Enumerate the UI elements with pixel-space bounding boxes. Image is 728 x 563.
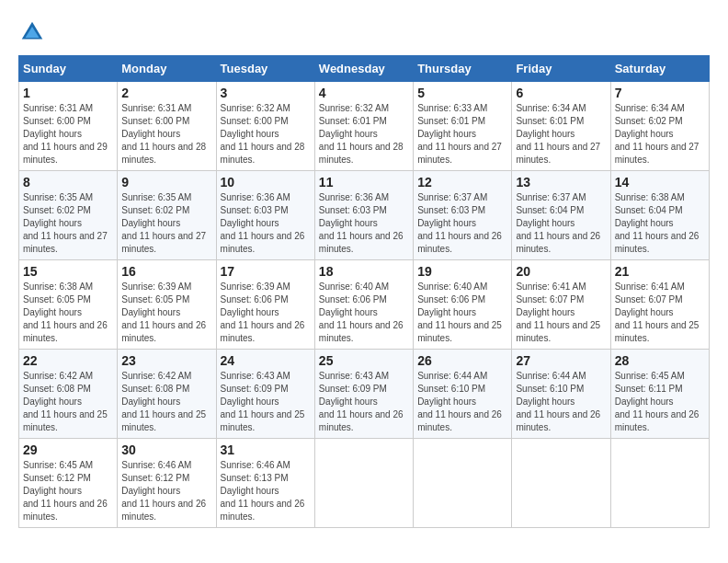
calendar-week-1: 1 Sunrise: 6:31 AMSunset: 6:00 PMDayligh… <box>19 82 710 171</box>
day-info: Sunrise: 6:45 AMSunset: 6:12 PMDaylight … <box>23 460 108 522</box>
day-info: Sunrise: 6:38 AMSunset: 6:05 PMDaylight … <box>23 282 108 343</box>
day-number: 23 <box>121 353 211 368</box>
day-number: 30 <box>121 442 211 457</box>
empty-cell <box>610 439 709 528</box>
day-info: Sunrise: 6:37 AMSunset: 6:03 PMDaylight … <box>417 192 502 254</box>
calendar: SundayMondayTuesdayWednesdayThursdayFrid… <box>18 55 710 528</box>
calendar-header: SundayMondayTuesdayWednesdayThursdayFrid… <box>19 56 710 82</box>
day-cell-30: 30 Sunrise: 6:46 AMSunset: 6:12 PMDaylig… <box>118 439 216 528</box>
page-header <box>18 18 710 46</box>
day-cell-5: 5 Sunrise: 6:33 AMSunset: 6:01 PMDayligh… <box>414 82 512 171</box>
day-cell-16: 16 Sunrise: 6:39 AMSunset: 6:05 PMDaylig… <box>118 260 216 350</box>
day-number: 28 <box>615 353 705 368</box>
day-number: 4 <box>319 86 409 100</box>
day-number: 10 <box>221 175 311 190</box>
day-cell-12: 12 Sunrise: 6:37 AMSunset: 6:03 PMDaylig… <box>414 171 512 260</box>
day-cell-15: 15 Sunrise: 6:38 AMSunset: 6:05 PMDaylig… <box>19 260 118 350</box>
day-cell-1: 1 Sunrise: 6:31 AMSunset: 6:00 PMDayligh… <box>19 82 118 171</box>
day-number: 5 <box>417 86 507 100</box>
day-cell-29: 29 Sunrise: 6:45 AMSunset: 6:12 PMDaylig… <box>19 439 118 528</box>
day-number: 22 <box>23 353 113 368</box>
day-number: 13 <box>516 175 606 190</box>
weekday-header-wednesday: Wednesday <box>314 56 413 82</box>
day-number: 26 <box>417 353 507 368</box>
day-number: 24 <box>221 353 311 368</box>
day-number: 8 <box>23 175 113 190</box>
day-cell-13: 13 Sunrise: 6:37 AMSunset: 6:04 PMDaylig… <box>512 171 610 260</box>
day-cell-19: 19 Sunrise: 6:40 AMSunset: 6:06 PMDaylig… <box>414 260 512 350</box>
weekday-header-thursday: Thursday <box>414 56 512 82</box>
day-info: Sunrise: 6:31 AMSunset: 6:00 PMDaylight … <box>23 103 108 165</box>
day-number: 19 <box>417 264 507 279</box>
day-info: Sunrise: 6:41 AMSunset: 6:07 PMDaylight … <box>516 282 600 343</box>
day-cell-22: 22 Sunrise: 6:42 AMSunset: 6:08 PMDaylig… <box>19 350 118 439</box>
day-info: Sunrise: 6:43 AMSunset: 6:09 PMDaylight … <box>221 371 305 432</box>
weekday-header-friday: Friday <box>512 56 610 82</box>
weekday-header-sunday: Sunday <box>19 56 118 82</box>
day-number: 1 <box>23 86 113 100</box>
day-number: 12 <box>417 175 507 190</box>
day-info: Sunrise: 6:37 AMSunset: 6:04 PMDaylight … <box>516 192 600 254</box>
day-info: Sunrise: 6:43 AMSunset: 6:09 PMDaylight … <box>319 371 404 432</box>
day-info: Sunrise: 6:36 AMSunset: 6:03 PMDaylight … <box>221 192 305 254</box>
calendar-week-3: 15 Sunrise: 6:38 AMSunset: 6:05 PMDaylig… <box>19 260 710 350</box>
day-number: 16 <box>121 264 211 279</box>
empty-cell <box>314 439 413 528</box>
weekday-header-monday: Monday <box>118 56 216 82</box>
day-cell-7: 7 Sunrise: 6:34 AMSunset: 6:02 PMDayligh… <box>610 82 709 171</box>
day-cell-8: 8 Sunrise: 6:35 AMSunset: 6:02 PMDayligh… <box>19 171 118 260</box>
day-cell-27: 27 Sunrise: 6:44 AMSunset: 6:10 PMDaylig… <box>512 350 610 439</box>
empty-cell <box>414 439 512 528</box>
day-info: Sunrise: 6:40 AMSunset: 6:06 PMDaylight … <box>417 282 502 343</box>
day-info: Sunrise: 6:32 AMSunset: 6:00 PMDaylight … <box>221 103 305 165</box>
day-info: Sunrise: 6:38 AMSunset: 6:04 PMDaylight … <box>615 192 700 254</box>
day-cell-20: 20 Sunrise: 6:41 AMSunset: 6:07 PMDaylig… <box>512 260 610 350</box>
day-cell-28: 28 Sunrise: 6:45 AMSunset: 6:11 PMDaylig… <box>610 350 709 439</box>
day-info: Sunrise: 6:46 AMSunset: 6:12 PMDaylight … <box>121 460 206 522</box>
calendar-week-5: 29 Sunrise: 6:45 AMSunset: 6:12 PMDaylig… <box>19 439 710 528</box>
day-cell-14: 14 Sunrise: 6:38 AMSunset: 6:04 PMDaylig… <box>610 171 709 260</box>
day-number: 18 <box>319 264 409 279</box>
day-number: 9 <box>121 175 211 190</box>
day-number: 6 <box>516 86 606 100</box>
day-cell-24: 24 Sunrise: 6:43 AMSunset: 6:09 PMDaylig… <box>216 350 314 439</box>
day-info: Sunrise: 6:39 AMSunset: 6:05 PMDaylight … <box>121 282 206 343</box>
day-info: Sunrise: 6:34 AMSunset: 6:02 PMDaylight … <box>615 103 700 165</box>
day-number: 29 <box>23 442 113 457</box>
day-cell-9: 9 Sunrise: 6:35 AMSunset: 6:02 PMDayligh… <box>118 171 216 260</box>
weekday-header-tuesday: Tuesday <box>216 56 314 82</box>
day-cell-23: 23 Sunrise: 6:42 AMSunset: 6:08 PMDaylig… <box>118 350 216 439</box>
day-number: 2 <box>121 86 211 100</box>
day-info: Sunrise: 6:31 AMSunset: 6:00 PMDaylight … <box>121 103 206 165</box>
day-cell-2: 2 Sunrise: 6:31 AMSunset: 6:00 PMDayligh… <box>118 82 216 171</box>
weekday-header-saturday: Saturday <box>610 56 709 82</box>
day-number: 11 <box>319 175 409 190</box>
day-number: 21 <box>615 264 705 279</box>
day-info: Sunrise: 6:42 AMSunset: 6:08 PMDaylight … <box>23 371 108 432</box>
day-info: Sunrise: 6:35 AMSunset: 6:02 PMDaylight … <box>23 192 108 254</box>
day-info: Sunrise: 6:33 AMSunset: 6:01 PMDaylight … <box>417 103 502 165</box>
day-cell-17: 17 Sunrise: 6:39 AMSunset: 6:06 PMDaylig… <box>216 260 314 350</box>
day-cell-3: 3 Sunrise: 6:32 AMSunset: 6:00 PMDayligh… <box>216 82 314 171</box>
logo <box>18 18 50 46</box>
day-number: 17 <box>221 264 311 279</box>
day-number: 15 <box>23 264 113 279</box>
day-cell-21: 21 Sunrise: 6:41 AMSunset: 6:07 PMDaylig… <box>610 260 709 350</box>
day-number: 31 <box>221 442 311 457</box>
calendar-week-2: 8 Sunrise: 6:35 AMSunset: 6:02 PMDayligh… <box>19 171 710 260</box>
day-cell-25: 25 Sunrise: 6:43 AMSunset: 6:09 PMDaylig… <box>314 350 413 439</box>
day-info: Sunrise: 6:41 AMSunset: 6:07 PMDaylight … <box>615 282 700 343</box>
day-cell-26: 26 Sunrise: 6:44 AMSunset: 6:10 PMDaylig… <box>414 350 512 439</box>
day-cell-31: 31 Sunrise: 6:46 AMSunset: 6:13 PMDaylig… <box>216 439 314 528</box>
calendar-week-4: 22 Sunrise: 6:42 AMSunset: 6:08 PMDaylig… <box>19 350 710 439</box>
day-info: Sunrise: 6:35 AMSunset: 6:02 PMDaylight … <box>121 192 206 254</box>
day-info: Sunrise: 6:44 AMSunset: 6:10 PMDaylight … <box>516 371 600 432</box>
day-number: 14 <box>615 175 705 190</box>
day-number: 25 <box>319 353 409 368</box>
logo-icon <box>18 18 46 46</box>
day-number: 27 <box>516 353 606 368</box>
day-cell-11: 11 Sunrise: 6:36 AMSunset: 6:03 PMDaylig… <box>314 171 413 260</box>
day-info: Sunrise: 6:45 AMSunset: 6:11 PMDaylight … <box>615 371 700 432</box>
day-number: 20 <box>516 264 606 279</box>
day-number: 7 <box>615 86 705 100</box>
